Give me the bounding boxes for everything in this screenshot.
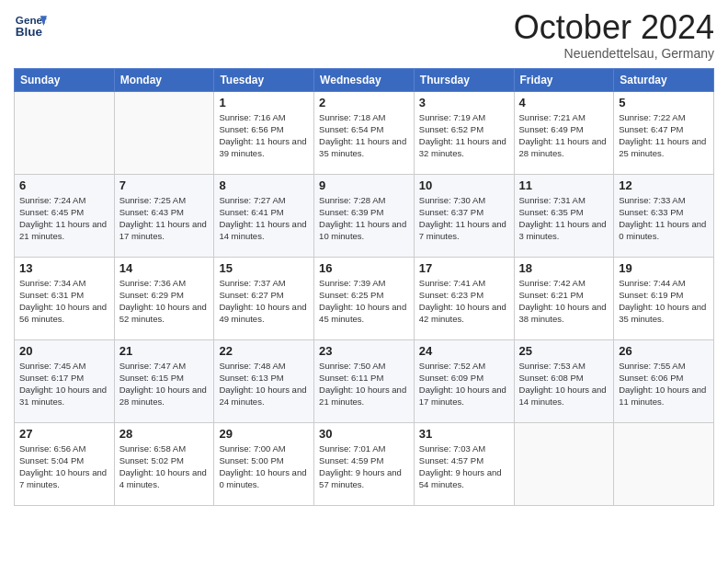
title-area: October 2024 Neuendettelsau, Germany	[514, 9, 714, 61]
calendar-cell: 29Sunrise: 7:00 AM Sunset: 5:00 PM Dayli…	[214, 422, 314, 505]
day-info: Sunrise: 6:58 AM Sunset: 5:02 PM Dayligh…	[119, 442, 210, 491]
calendar-week-3: 20Sunrise: 7:45 AM Sunset: 6:17 PM Dayli…	[15, 339, 714, 422]
day-info: Sunrise: 7:55 AM Sunset: 6:06 PM Dayligh…	[619, 360, 709, 408]
day-info: Sunrise: 7:36 AM Sunset: 6:29 PM Dayligh…	[119, 277, 210, 326]
calendar-cell: 31Sunrise: 7:03 AM Sunset: 4:57 PM Dayli…	[414, 422, 514, 505]
day-info: Sunrise: 7:48 AM Sunset: 6:13 PM Dayligh…	[219, 360, 309, 408]
day-number: 21	[119, 344, 210, 358]
day-number: 25	[519, 344, 609, 358]
day-info: Sunrise: 7:22 AM Sunset: 6:47 PM Dayligh…	[619, 111, 709, 160]
day-info: Sunrise: 7:28 AM Sunset: 6:39 PM Dayligh…	[319, 194, 409, 243]
calendar-cell: 18Sunrise: 7:42 AM Sunset: 6:21 PM Dayli…	[514, 257, 614, 339]
day-info: Sunrise: 7:25 AM Sunset: 6:43 PM Dayligh…	[119, 194, 210, 243]
calendar-cell: 10Sunrise: 7:30 AM Sunset: 6:37 PM Dayli…	[414, 174, 514, 257]
header: General Blue October 2024 Neuendettelsau…	[14, 9, 714, 61]
calendar-cell	[15, 91, 115, 174]
day-info: Sunrise: 7:18 AM Sunset: 6:54 PM Dayligh…	[319, 111, 409, 160]
col-wednesday: Wednesday	[314, 68, 415, 91]
day-info: Sunrise: 7:21 AM Sunset: 6:49 PM Dayligh…	[519, 111, 609, 160]
calendar-cell: 4Sunrise: 7:21 AM Sunset: 6:49 PM Daylig…	[514, 91, 614, 174]
calendar-cell: 27Sunrise: 6:56 AM Sunset: 5:04 PM Dayli…	[15, 422, 115, 505]
day-info: Sunrise: 7:00 AM Sunset: 5:00 PM Dayligh…	[219, 442, 309, 491]
calendar-cell	[614, 422, 714, 505]
day-info: Sunrise: 7:30 AM Sunset: 6:37 PM Dayligh…	[419, 194, 509, 243]
calendar-cell: 6Sunrise: 7:24 AM Sunset: 6:45 PM Daylig…	[15, 174, 115, 257]
day-info: Sunrise: 7:31 AM Sunset: 6:35 PM Dayligh…	[519, 194, 609, 243]
day-info: Sunrise: 7:41 AM Sunset: 6:23 PM Dayligh…	[419, 277, 509, 326]
day-number: 12	[619, 178, 709, 192]
day-number: 22	[219, 344, 309, 358]
day-number: 11	[519, 178, 609, 192]
calendar-cell: 25Sunrise: 7:53 AM Sunset: 6:08 PM Dayli…	[514, 339, 614, 422]
day-number: 13	[19, 261, 109, 275]
day-number: 10	[419, 178, 509, 192]
calendar-cell: 16Sunrise: 7:39 AM Sunset: 6:25 PM Dayli…	[314, 257, 415, 339]
day-number: 8	[219, 178, 309, 192]
day-number: 1	[219, 96, 309, 109]
day-info: Sunrise: 7:50 AM Sunset: 6:11 PM Dayligh…	[319, 360, 409, 408]
calendar-cell: 11Sunrise: 7:31 AM Sunset: 6:35 PM Dayli…	[514, 174, 614, 257]
day-number: 19	[619, 261, 709, 275]
calendar-week-4: 27Sunrise: 6:56 AM Sunset: 5:04 PM Dayli…	[15, 422, 714, 505]
day-number: 23	[319, 344, 409, 358]
day-info: Sunrise: 7:01 AM Sunset: 4:59 PM Dayligh…	[319, 442, 409, 491]
calendar-cell	[514, 422, 614, 505]
calendar-cell: 22Sunrise: 7:48 AM Sunset: 6:13 PM Dayli…	[214, 339, 314, 422]
day-number: 28	[119, 427, 210, 441]
svg-text:Blue: Blue	[16, 25, 43, 39]
calendar-cell: 9Sunrise: 7:28 AM Sunset: 6:39 PM Daylig…	[314, 174, 415, 257]
col-sunday: Sunday	[15, 68, 115, 91]
day-info: Sunrise: 7:33 AM Sunset: 6:33 PM Dayligh…	[619, 194, 709, 243]
day-info: Sunrise: 7:39 AM Sunset: 6:25 PM Dayligh…	[319, 277, 409, 326]
day-number: 16	[319, 261, 409, 275]
calendar-cell: 2Sunrise: 7:18 AM Sunset: 6:54 PM Daylig…	[314, 91, 415, 174]
calendar-cell: 13Sunrise: 7:34 AM Sunset: 6:31 PM Dayli…	[15, 257, 115, 339]
col-monday: Monday	[114, 68, 214, 91]
calendar-cell: 1Sunrise: 7:16 AM Sunset: 6:56 PM Daylig…	[214, 91, 314, 174]
location: Neuendettelsau, Germany	[514, 46, 714, 61]
day-number: 14	[119, 261, 210, 275]
calendar-cell: 17Sunrise: 7:41 AM Sunset: 6:23 PM Dayli…	[414, 257, 514, 339]
day-info: Sunrise: 7:16 AM Sunset: 6:56 PM Dayligh…	[219, 111, 309, 160]
calendar-cell: 26Sunrise: 7:55 AM Sunset: 6:06 PM Dayli…	[614, 339, 714, 422]
col-thursday: Thursday	[414, 68, 514, 91]
day-info: Sunrise: 7:44 AM Sunset: 6:19 PM Dayligh…	[619, 277, 709, 326]
calendar-header-row: Sunday Monday Tuesday Wednesday Thursday…	[15, 68, 714, 91]
calendar-cell: 23Sunrise: 7:50 AM Sunset: 6:11 PM Dayli…	[314, 339, 415, 422]
month-title: October 2024	[514, 9, 714, 46]
day-number: 7	[119, 178, 210, 192]
day-info: Sunrise: 7:52 AM Sunset: 6:09 PM Dayligh…	[419, 360, 509, 408]
day-number: 15	[219, 261, 309, 275]
calendar-cell: 5Sunrise: 7:22 AM Sunset: 6:47 PM Daylig…	[614, 91, 714, 174]
day-info: Sunrise: 7:19 AM Sunset: 6:52 PM Dayligh…	[419, 111, 509, 160]
calendar-cell: 15Sunrise: 7:37 AM Sunset: 6:27 PM Dayli…	[214, 257, 314, 339]
col-saturday: Saturday	[614, 68, 714, 91]
page: General Blue October 2024 Neuendettelsau…	[0, 0, 728, 563]
col-friday: Friday	[514, 68, 614, 91]
calendar-cell: 21Sunrise: 7:47 AM Sunset: 6:15 PM Dayli…	[114, 339, 214, 422]
calendar-cell: 12Sunrise: 7:33 AM Sunset: 6:33 PM Dayli…	[614, 174, 714, 257]
logo: General Blue	[14, 9, 47, 42]
calendar-cell: 30Sunrise: 7:01 AM Sunset: 4:59 PM Dayli…	[314, 422, 415, 505]
calendar-week-0: 1Sunrise: 7:16 AM Sunset: 6:56 PM Daylig…	[15, 91, 714, 174]
calendar-cell: 28Sunrise: 6:58 AM Sunset: 5:02 PM Dayli…	[114, 422, 214, 505]
day-number: 2	[319, 96, 409, 109]
day-info: Sunrise: 7:47 AM Sunset: 6:15 PM Dayligh…	[119, 360, 210, 408]
day-number: 24	[419, 344, 509, 358]
day-number: 9	[319, 178, 409, 192]
day-number: 29	[219, 427, 309, 441]
day-info: Sunrise: 7:03 AM Sunset: 4:57 PM Dayligh…	[419, 442, 509, 491]
calendar-cell: 19Sunrise: 7:44 AM Sunset: 6:19 PM Dayli…	[614, 257, 714, 339]
col-tuesday: Tuesday	[214, 68, 314, 91]
calendar-cell: 8Sunrise: 7:27 AM Sunset: 6:41 PM Daylig…	[214, 174, 314, 257]
day-info: Sunrise: 7:42 AM Sunset: 6:21 PM Dayligh…	[519, 277, 609, 326]
calendar-cell: 14Sunrise: 7:36 AM Sunset: 6:29 PM Dayli…	[114, 257, 214, 339]
calendar-cell: 20Sunrise: 7:45 AM Sunset: 6:17 PM Dayli…	[15, 339, 115, 422]
day-info: Sunrise: 7:27 AM Sunset: 6:41 PM Dayligh…	[219, 194, 309, 243]
day-number: 6	[19, 178, 109, 192]
day-number: 26	[619, 344, 709, 358]
day-number: 20	[19, 344, 109, 358]
day-number: 18	[519, 261, 609, 275]
day-info: Sunrise: 7:24 AM Sunset: 6:45 PM Dayligh…	[19, 194, 109, 243]
calendar-cell: 24Sunrise: 7:52 AM Sunset: 6:09 PM Dayli…	[414, 339, 514, 422]
